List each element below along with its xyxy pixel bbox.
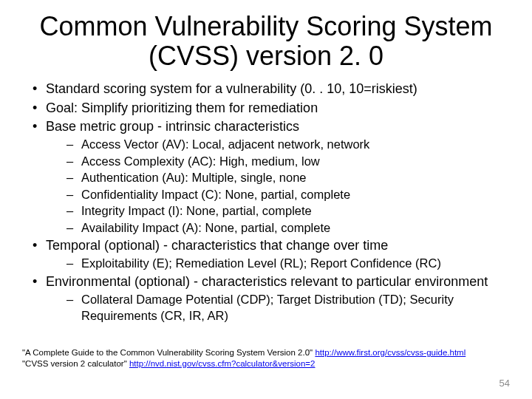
sub-bullet-item: Collateral Damage Potential (CDP); Targe…: [66, 292, 510, 324]
reference-text: "CVSS version 2 calculator": [22, 359, 129, 368]
sub-bullet-item: Availability Impact (A): None, partial, …: [66, 220, 510, 236]
bullet-text: Temporal (optional) - characteristics th…: [46, 238, 388, 253]
sub-bullet-item: Access Vector (AV): Local, adjacent netw…: [66, 137, 510, 152]
slide-title: Common Vulnerability Scoring System (CVS…: [22, 12, 510, 70]
sub-bullet-list: Access Vector (AV): Local, adjacent netw…: [46, 137, 510, 236]
bullet-item: Environmental (optional) - characteristi…: [30, 273, 510, 324]
reference-text: "A Complete Guide to the Common Vulnerab…: [22, 348, 315, 357]
reference-line: "A Complete Guide to the Common Vulnerab…: [22, 347, 466, 358]
sub-bullet-list: Exploitability (E); Remediation Level (R…: [46, 256, 510, 271]
sub-bullet-item: Confidentiality Impact (C): None, partia…: [66, 187, 510, 202]
bullet-item: Temporal (optional) - characteristics th…: [30, 237, 510, 272]
reference-link[interactable]: http://www.first.org/cvss/cvss-guide.htm…: [315, 348, 466, 357]
page-number: 54: [499, 378, 510, 389]
bullet-text: Environmental (optional) - characteristi…: [46, 274, 488, 289]
bullet-text: Base metric group - intrinsic characteri…: [46, 119, 299, 134]
bullet-list: Standard scoring system for a vulnerabil…: [22, 81, 510, 324]
bullet-item: Base metric group - intrinsic characteri…: [30, 118, 510, 236]
sub-bullet-list: Collateral Damage Potential (CDP); Targe…: [46, 292, 510, 324]
sub-bullet-item: Access Complexity (AC): High, medium, lo…: [66, 154, 510, 169]
reference-line: "CVSS version 2 calculator" http://nvd.n…: [22, 358, 466, 369]
sub-bullet-item: Authentication (Au): Multiple, single, n…: [66, 170, 510, 185]
slide: Common Vulnerability Scoring System (CVS…: [0, 0, 532, 399]
reference-link[interactable]: http://nvd.nist.gov/cvss.cfm?calculator&…: [129, 359, 316, 368]
references: "A Complete Guide to the Common Vulnerab…: [22, 347, 466, 369]
sub-bullet-item: Exploitability (E); Remediation Level (R…: [66, 256, 510, 271]
sub-bullet-item: Integrity Impact (I): None, partial, com…: [66, 203, 510, 219]
bullet-item: Goal: Simplify prioritizing them for rem…: [30, 100, 510, 117]
bullet-item: Standard scoring system for a vulnerabil…: [30, 81, 510, 98]
